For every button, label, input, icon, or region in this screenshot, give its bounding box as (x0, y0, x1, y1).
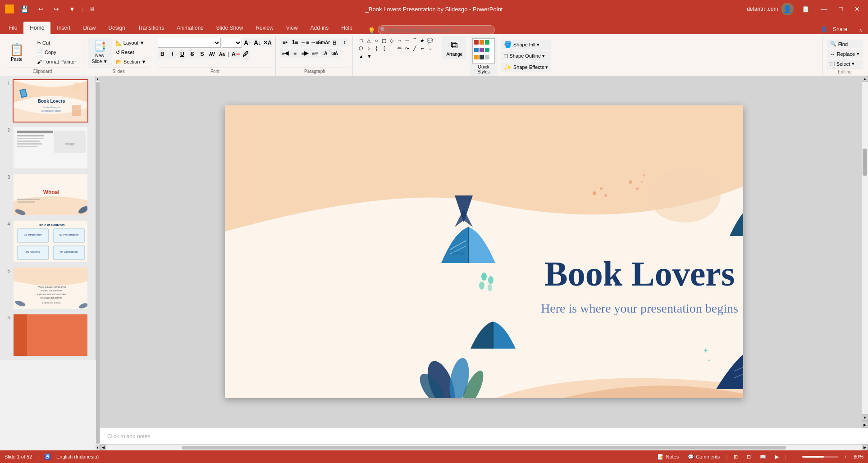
h-scroll-left-btn[interactable]: ◀ (100, 445, 106, 451)
underline-button[interactable]: U (178, 50, 187, 59)
shape-more-btn[interactable]: ⋯ (388, 45, 395, 52)
presentation-view-btn[interactable]: ▶ (772, 453, 781, 461)
copy-button[interactable]: 📄 Copy (34, 48, 79, 57)
shape-pentagon-btn[interactable]: ⬠ (357, 45, 365, 52)
user-avatar[interactable]: 👤 (781, 3, 794, 15)
tab-transitions[interactable]: Transitions (132, 22, 170, 34)
find-button[interactable]: 🔍 Find (827, 40, 863, 48)
shape-scroll-down-btn[interactable]: ▼ (365, 53, 373, 60)
notes-status-btn[interactable]: 📝 Notes (655, 453, 681, 461)
justify-button[interactable]: ≡= (310, 49, 319, 58)
tab-home[interactable]: Home (23, 22, 50, 34)
layout-button[interactable]: 📐 Layout ▼ (113, 39, 150, 47)
canvas-scroll-up-btn[interactable]: ▲ (862, 76, 868, 82)
shape-rounded-btn[interactable]: ▢ (380, 37, 388, 44)
shape-rect-btn[interactable]: □ (357, 37, 365, 44)
tab-animations[interactable]: Animations (170, 22, 210, 34)
shape-freeform-btn[interactable]: ✏ (396, 45, 403, 52)
shape-curved-conn-btn[interactable]: ⌣ (426, 45, 434, 52)
columns-button[interactable]: ⌸ (330, 38, 339, 47)
shape-fill-button[interactable]: 🪣 Shape Fill ▾ (501, 40, 551, 50)
shape-connector-btn[interactable]: ╱ (411, 45, 418, 52)
tab-slideshow[interactable]: Slide Show (210, 22, 249, 34)
canvas-scroll-right-btn[interactable]: ▶ (862, 422, 868, 428)
bold-button[interactable]: B (158, 50, 167, 59)
canvas-scroll-down-btn[interactable]: ▼ (862, 414, 868, 421)
numbering-button[interactable]: 1≡ (290, 38, 299, 47)
italic-button[interactable]: I (168, 50, 177, 59)
shape-curve-btn[interactable]: ⌒ (411, 37, 418, 44)
close-button[interactable]: ✕ (851, 4, 863, 14)
slide-scroll-up-btn[interactable]: ▲ (96, 77, 100, 81)
tab-draw[interactable]: Draw (77, 22, 102, 34)
font-family-selector[interactable] (158, 38, 221, 48)
shape-chevron-btn[interactable]: › (365, 45, 372, 52)
decrease-indent-button[interactable]: ←≡ (300, 38, 309, 47)
font-size-decrease-button[interactable]: A↓ (253, 38, 262, 47)
tab-insert[interactable]: Insert (50, 22, 77, 34)
bullets-button[interactable]: ≡• (280, 38, 289, 47)
shape-outline-button[interactable]: □ Shape Outline ▾ (501, 51, 551, 61)
shape-scribble-btn[interactable]: 〜 (403, 45, 411, 52)
ribbon-display-button[interactable]: 📋 (798, 4, 813, 14)
presentation-view-button[interactable]: 🖥 (86, 4, 99, 14)
share-button[interactable]: Share (829, 24, 851, 34)
zoom-in-btn[interactable]: + (842, 453, 850, 460)
section-button[interactable]: 📂 Section ▼ (113, 58, 150, 66)
tab-addins[interactable]: Add-ins (304, 22, 335, 34)
shape-tri-btn[interactable]: △ (365, 37, 372, 44)
align-right-button[interactable]: ≡▶ (300, 49, 309, 58)
shape-scroll-up-btn[interactable]: ▲ (357, 53, 365, 60)
slide-thumb-4[interactable]: 4 Table of Contents 01 Introduction 02 P… (3, 220, 92, 263)
slide-thumb-5[interactable]: 5 "This is a quote, Words full of wisdom… (3, 267, 92, 310)
slide-sorter-btn[interactable]: ⊟ (744, 453, 754, 461)
normal-view-btn[interactable]: ⊞ (731, 453, 740, 461)
format-painter-button[interactable]: 🖌 Format Painter (34, 58, 79, 66)
arrange-button[interactable]: ⧉ Arrange (442, 37, 466, 59)
replace-button[interactable]: ↔ Replace ▾ (827, 50, 863, 58)
select-button[interactable]: ⬚ Select ▾ (827, 59, 863, 68)
strikethrough-button[interactable]: S (187, 50, 196, 59)
shape-arrow-btn[interactable]: → (396, 37, 403, 44)
align-center-button[interactable]: ≡ (290, 49, 299, 58)
clear-format-button[interactable]: ✕A (263, 38, 272, 47)
zoom-slider[interactable] (802, 456, 838, 458)
tab-help[interactable]: Help (335, 22, 359, 34)
text-align-button[interactable]: ⊡A (330, 49, 339, 58)
save-button[interactable]: 💾 (17, 4, 32, 14)
tab-review[interactable]: Review (249, 22, 279, 34)
font-color-button[interactable]: A (231, 50, 240, 59)
h-scroll-right-btn[interactable]: ▶ (862, 445, 868, 451)
smartart-button[interactable]: SmArt (320, 38, 329, 47)
notes-area[interactable]: Click to add notes (100, 428, 868, 444)
align-left-button[interactable]: ≡◀ (280, 49, 289, 58)
case-button[interactable]: Aa (217, 50, 226, 59)
shape-elbow-btn[interactable]: ⌐ (419, 45, 426, 52)
maximize-button[interactable]: □ (836, 4, 846, 14)
canvas-area[interactable]: Book Lovers Here is where your presentat… (100, 76, 868, 428)
slide-thumb-1[interactable]: 1 Book Lo (3, 79, 92, 123)
tab-file[interactable]: File (2, 22, 23, 34)
char-spacing-button[interactable]: AV (207, 50, 216, 59)
customize-qat-button[interactable]: ▼ (65, 4, 79, 14)
shape-line-btn[interactable]: ─ (403, 37, 411, 44)
font-size-increase-button[interactable]: A↑ (243, 38, 252, 47)
shape-star-btn[interactable]: ★ (419, 37, 426, 44)
redo-button[interactable]: ↪ (50, 4, 63, 14)
cut-button[interactable]: ✂ Cut (34, 39, 79, 47)
quick-styles-button[interactable]: QuickStyles (470, 37, 497, 76)
font-size-selector[interactable] (222, 38, 242, 48)
slide-thumb-3[interactable]: 3 Whoa! (3, 173, 92, 216)
text-direction-button[interactable]: ↕A (320, 49, 329, 58)
shape-callout-btn[interactable]: 💬 (426, 37, 434, 44)
zoom-out-btn[interactable]: − (790, 453, 798, 460)
slide-scroll-down-btn[interactable]: ▼ (96, 445, 100, 449)
reset-button[interactable]: ↺ Reset (113, 48, 150, 57)
paste-button[interactable]: 📋 Paste (5, 41, 28, 64)
shape-bracket-btn[interactable]: [ (380, 45, 388, 52)
shadow-button[interactable]: S (197, 50, 206, 59)
new-slide-button[interactable]: 📑 New Slide ▼ (88, 38, 112, 66)
highlight-button[interactable]: 🖊 (241, 50, 250, 59)
undo-button[interactable]: ↩ (35, 4, 47, 14)
tab-design[interactable]: Design (102, 22, 131, 34)
